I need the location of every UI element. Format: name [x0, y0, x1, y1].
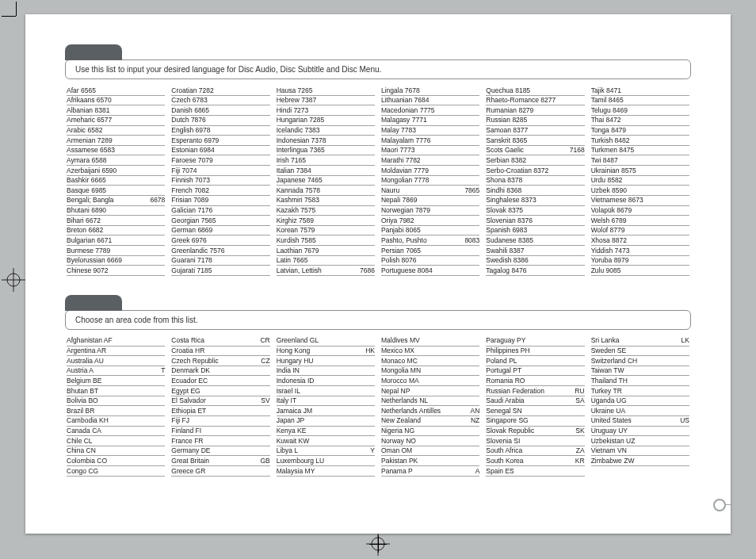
- row-label: Swedish 8386: [486, 256, 584, 265]
- row-label: Welsh 6789: [591, 216, 689, 225]
- table-row: Serbian 8382: [486, 155, 584, 166]
- table-row: Norway NO: [381, 436, 479, 446]
- table-row: Kuwait KW: [277, 436, 375, 446]
- row-label: Romania RO: [486, 377, 584, 385]
- row-label: Netherlands NL: [381, 396, 479, 405]
- language-codes-block: Use this list to input your desired lang…: [65, 44, 691, 276]
- row-label: New Zealand: [381, 416, 468, 425]
- row-label: Ukrainian 8575: [591, 167, 689, 175]
- table-row: Italian 7384: [277, 166, 375, 176]
- row-label: Sindhi 8368: [486, 186, 584, 195]
- row-label: Great Britain: [171, 457, 257, 465]
- table-row: Macedonian 7775: [381, 105, 479, 116]
- table-row: Zulu 9085: [591, 266, 689, 276]
- row-label: Indonesia ID: [277, 377, 375, 385]
- row-label: Maori 7773: [381, 146, 479, 155]
- table-row: Brazil BR: [67, 406, 165, 416]
- row-label: Sanskrit 8365: [486, 136, 584, 145]
- table-row: Greenlandic 7576: [171, 246, 269, 256]
- table-row: Assamese 6583: [67, 146, 165, 156]
- table-row: Portugal PT: [486, 366, 584, 377]
- table-row: Maori 7773: [381, 146, 479, 156]
- table-row: Israel IL: [277, 386, 375, 396]
- row-label: Malagasy 7771: [381, 116, 479, 124]
- row-label: Kurdish 7585: [277, 236, 375, 245]
- row-label: Faroese 7079: [171, 156, 269, 165]
- table-row: Galician 7176: [171, 206, 269, 216]
- row-label: Chinese 9072: [67, 266, 165, 275]
- row-label: Philippines PH: [486, 347, 584, 355]
- table-row: Luxembourg LU: [277, 456, 375, 466]
- row-label: Bengali; Bangla: [67, 196, 147, 205]
- table-row: Poland PL: [486, 356, 584, 366]
- row-label: Frisian 7089: [171, 196, 269, 205]
- row-label: Lithuanian 7684: [381, 96, 479, 105]
- table-row: German 6869: [171, 226, 269, 236]
- row-label: El Salvador: [171, 396, 258, 405]
- table-row: Byelorussian 6669: [67, 256, 165, 266]
- table-column: Croatian 7282Czech 6783Danish 6865Dutch …: [171, 86, 269, 276]
- area-instruction: Choose an area code from this list.: [65, 310, 691, 330]
- row-label: Kannada 7578: [277, 186, 375, 195]
- row-label: Volapük 8679: [591, 206, 689, 215]
- row-code: NZ: [468, 416, 479, 425]
- row-label: Panama P: [381, 467, 472, 476]
- table-row: Croatia HR: [171, 347, 269, 357]
- row-label: Kirghiz 7589: [277, 216, 375, 225]
- fold-line: [724, 504, 731, 505]
- table-row: Colombia CO: [67, 456, 165, 466]
- row-label: Czech 6783: [171, 96, 269, 105]
- row-label: Panjabi 8065: [381, 226, 479, 235]
- table-row: Kannada 7578: [277, 186, 375, 196]
- row-code: CR: [257, 336, 269, 345]
- table-row: Frisian 7089: [171, 196, 269, 206]
- row-label: Finland FI: [171, 427, 269, 435]
- row-label: Marathi 7782: [381, 156, 479, 165]
- row-label: Russian Federation: [486, 387, 571, 396]
- table-row: Afar 6565: [67, 86, 165, 96]
- row-label: United States: [591, 416, 678, 425]
- row-label: Ameharic 6577: [67, 116, 165, 124]
- row-label: Germany DE: [171, 446, 269, 455]
- row-label: Guarani 7178: [171, 256, 269, 265]
- row-label: Morocco MA: [381, 377, 479, 385]
- table-row: Bihari 6672: [67, 216, 165, 226]
- table-row: Egypt EG: [171, 386, 269, 396]
- table-row: Rhaeto-Romance 8277: [486, 96, 584, 106]
- table-row: Yoruba 8979: [591, 256, 689, 266]
- table-row: Guarani 7178: [171, 256, 269, 266]
- table-row: Xhosa 8872: [591, 235, 689, 246]
- table-row: Oman OM: [381, 446, 479, 457]
- row-label: Mexico MX: [381, 347, 479, 355]
- table-row: Uzbekistan UZ: [591, 436, 689, 446]
- row-label: Spanish 6983: [486, 226, 584, 235]
- row-label: Turkmen 8475: [591, 146, 689, 155]
- table-row: Telugu 8469: [591, 105, 689, 116]
- table-row: Shona 8378: [486, 176, 584, 186]
- table-row: Saudi ArabiaSA: [486, 396, 584, 407]
- table-row: Indonesian 7378: [277, 136, 375, 146]
- table-row: Portuguese 8084: [381, 266, 479, 276]
- row-label: Nepali 7869: [381, 196, 479, 205]
- table-row: Nepal NP: [381, 386, 479, 396]
- table-row: Mongolia MN: [381, 366, 479, 377]
- table-row: Ameharic 6577: [67, 116, 165, 126]
- row-label: Serbo-Croatian 8372: [486, 167, 584, 175]
- row-label: Wolof 8779: [591, 226, 689, 235]
- row-label: Interlingua 7365: [277, 146, 375, 155]
- row-label: Latvian, Lettish: [277, 266, 357, 275]
- table-row: Korean 7579: [277, 226, 375, 236]
- table-row: Quechua 8185: [486, 86, 584, 96]
- row-label: Norwegian 7879: [381, 206, 479, 215]
- table-row: Scots Gaelic7168: [486, 146, 584, 156]
- row-label: Afar 6565: [67, 86, 165, 95]
- row-code: RU: [571, 387, 584, 396]
- table-row: Canada CA: [67, 427, 165, 437]
- table-row: Russian 8285: [486, 116, 584, 126]
- table-row: New ZealandNZ: [381, 416, 479, 427]
- table-row: Finland FI: [171, 427, 269, 437]
- row-label: Shona 8378: [486, 176, 584, 185]
- table-row: Danish 6865: [171, 105, 269, 116]
- table-row: Russian FederationRU: [486, 386, 584, 396]
- table-row: Taiwan TW: [591, 366, 689, 377]
